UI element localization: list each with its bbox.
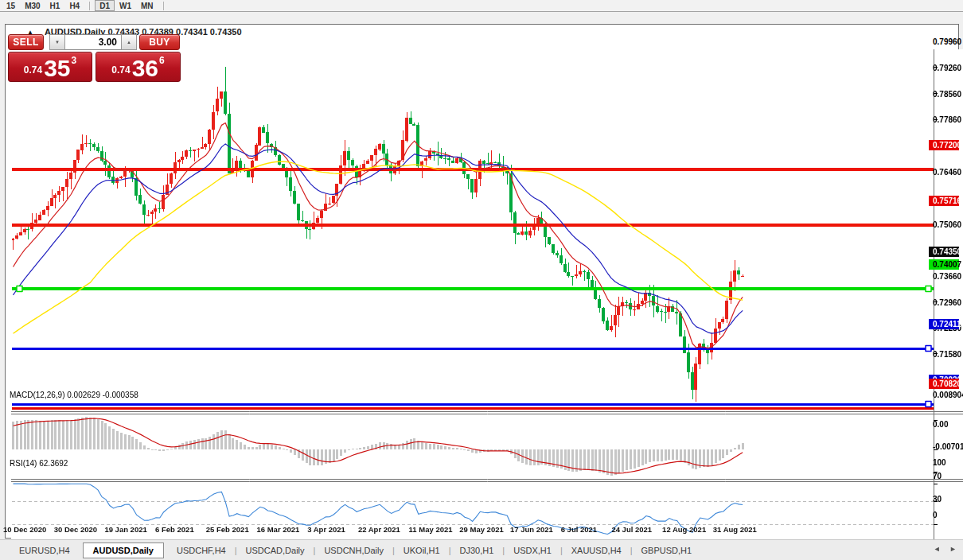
macd-axis-label: 0.008904 — [933, 391, 963, 399]
date-axis-label: 6 Feb 2021 — [155, 525, 194, 534]
date-axis-label: 12 Aug 2021 — [662, 525, 706, 534]
timeframe-button-m30[interactable]: M30 — [20, 0, 45, 11]
rsi-axis-label: 70 — [933, 472, 942, 480]
tab-audusd-daily[interactable]: AUDUSD,Daily — [83, 542, 164, 558]
macd-indicator-label: MACD(12,26,9) 0.002629 -0.000358 — [10, 391, 138, 399]
tab-usdcad-daily[interactable]: USDCAD,Daily — [238, 543, 313, 558]
timeframe-button-15[interactable]: 15 — [2, 0, 20, 11]
sell-price-sup: 3 — [72, 55, 77, 66]
price-axis-label: 0.79960 — [933, 37, 961, 46]
tab-ukoil-h1[interactable]: UKOil,H1 — [396, 543, 448, 558]
buy-price-big: 36 — [132, 58, 158, 79]
chevron-down-icon: ▼ — [55, 40, 60, 45]
date-axis-label: 11 May 2021 — [409, 525, 453, 534]
tab-scroll-arrows: ◄ ► — [926, 545, 957, 553]
price-axis-label: 0.73660 — [933, 272, 961, 281]
price-line-badge: 0.74007 — [929, 259, 959, 270]
date-axis-label: 3 Apr 2021 — [307, 525, 345, 534]
tab-scroll-left-icon[interactable]: ◄ — [934, 545, 941, 553]
date-axis-label: 19 Jan 2021 — [104, 525, 146, 534]
date-axis-label: 16 Mar 2021 — [257, 525, 300, 534]
sell-price-big: 35 — [44, 58, 70, 79]
price-axis-label: 0.71580 — [933, 350, 961, 359]
macd-axis-label: 0.00 — [933, 420, 948, 429]
date-axis-label: 22 Apr 2021 — [358, 525, 400, 534]
buy-button[interactable]: BUY — [139, 34, 180, 50]
lot-decrease-button[interactable]: ▼ — [49, 34, 65, 50]
current-price-badge: 0.74350 — [929, 247, 959, 257]
price-line-badge: 0.70820 — [929, 379, 959, 389]
timeframe-button-d1[interactable]: D1 — [95, 0, 115, 11]
buy-price-display[interactable]: 0.74 36 6 — [96, 52, 181, 82]
price-line-badge: 0.77200 — [929, 140, 959, 150]
price-axis-label: 0.79260 — [933, 64, 961, 72]
sell-price-display[interactable]: 0.74 35 3 — [8, 52, 92, 82]
price-axis-label: 0.78560 — [933, 90, 961, 99]
rsi-axis-label: 0 — [933, 511, 938, 519]
price-axis-label: 0.72960 — [933, 298, 961, 307]
chart-window — [5, 24, 959, 539]
symbol-tab-bar: EURUSD,H4 AUDUSD,Daily USDCHF,H4|USDCAD,… — [0, 539, 963, 560]
buy-price-prefix: 0.74 — [111, 64, 130, 76]
date-axis-label: 17 Jun 2021 — [510, 525, 553, 534]
toolbar-separator — [163, 2, 164, 10]
rsi-axis-label: 100 — [933, 458, 946, 467]
tab-gbpusd-h1[interactable]: GBPUSD,H1 — [634, 543, 700, 558]
sell-price-prefix: 0.74 — [24, 64, 42, 76]
chevron-up-icon: ▲ — [127, 40, 131, 45]
date-axis-label: 6 Jul 2021 — [561, 525, 597, 534]
tab-scroll-right-icon[interactable]: ► — [949, 545, 957, 553]
date-axis-label: 29 May 2021 — [459, 525, 503, 534]
date-axis-label: 25 Feb 2021 — [206, 525, 249, 534]
date-axis-label: 31 Aug 2021 — [713, 525, 757, 534]
toolbar-separator — [89, 2, 90, 10]
tab-eurusd-h4[interactable]: EURUSD,H4 — [11, 543, 78, 558]
lot-size-input[interactable] — [65, 34, 121, 50]
tab-usdchf-h4[interactable]: USDCHF,H4 — [169, 543, 234, 558]
tab-usdx-h1[interactable]: USDX,H1 — [505, 543, 559, 558]
date-axis-label: 30 Dec 2020 — [54, 525, 97, 534]
tab-usdcnh-daily[interactable]: USDCNH,Daily — [316, 543, 392, 558]
timeframe-toolbar: 15M30H1H4D1W1MN — [0, 0, 963, 12]
one-click-trading-panel: SELL ▼ ▲ BUY 0.74 35 3 0.74 36 6 — [8, 34, 181, 82]
price-line-badge: 0.72411 — [929, 319, 959, 329]
date-axis-label: 24 Jul 2021 — [611, 525, 652, 534]
macd-axis-label: -0.007013 — [933, 442, 963, 451]
timeframe-button-w1[interactable]: W1 — [115, 0, 136, 11]
timeframe-button-h4[interactable]: H4 — [64, 0, 84, 11]
date-axis-label: 10 Dec 2020 — [3, 525, 46, 534]
rsi-indicator-label: RSI(14) 62.3692 — [10, 459, 68, 468]
price-axis-label: 0.77860 — [933, 115, 961, 124]
lot-increase-button[interactable]: ▲ — [121, 34, 137, 50]
mt4-application: 15M30H1H4D1W1MN ▲ AUDUSD,Daily 0.74343 0… — [0, 0, 963, 560]
price-chart-canvas[interactable] — [11, 49, 963, 545]
tab-dj30-h1[interactable]: DJ30,H1 — [452, 543, 502, 558]
price-axis-label: 0.75060 — [933, 220, 961, 229]
price-axis-label: 0.76460 — [933, 168, 961, 177]
buy-price-sup: 6 — [159, 55, 165, 66]
tab-xauusd-h4[interactable]: XAUUSD,H4 — [563, 543, 630, 558]
timeframe-button-h1[interactable]: H1 — [45, 0, 65, 11]
sell-button[interactable]: SELL — [8, 34, 44, 50]
rsi-axis-label: 30 — [933, 495, 942, 504]
timeframe-button-mn[interactable]: MN — [136, 0, 158, 11]
price-line-badge: 0.75716 — [929, 196, 959, 206]
